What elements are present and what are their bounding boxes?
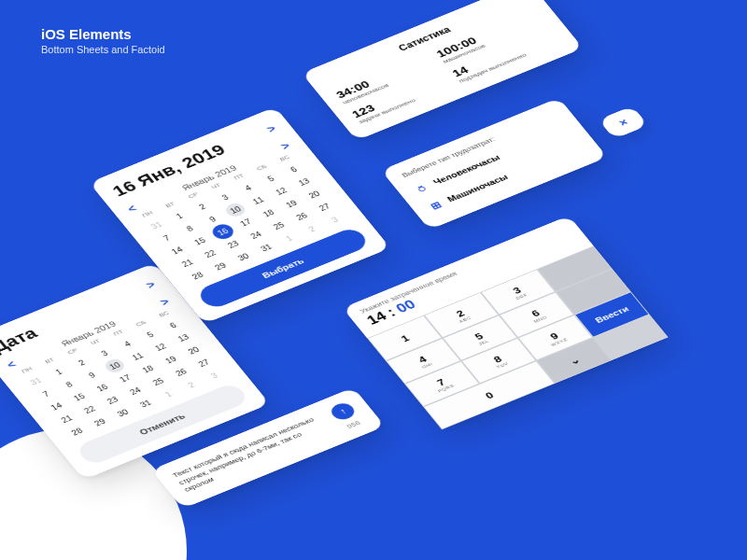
close-fab[interactable]: × [599,105,648,139]
prev-month-icon[interactable]: < [5,358,19,371]
send-button[interactable]: ↑ [328,400,359,422]
time-keypad-sheet: Укажите затраченное время 14 : 00 12ABC3… [343,216,669,429]
next-month-icon[interactable]: > [158,296,172,308]
close-icon: × [616,117,630,129]
arrow-up-icon: ↑ [337,406,348,416]
machine-icon: ⊞ [425,198,445,212]
chevron-right-icon[interactable]: > [144,279,158,291]
char-counter: 956 [345,419,362,429]
page-title: iOS Elements [41,26,165,42]
page-header: iOS Elements Bottom Sheets and Factoid [41,26,165,55]
page-subtitle: Bottom Sheets and Factoid [41,44,165,55]
effort-type-card: Выберете тип трудозатрат: ⍥Человекочасы⊞… [381,98,608,230]
next-month-icon[interactable]: > [278,140,292,152]
person-icon: ⍥ [411,181,431,195]
chevron-right-icon[interactable]: > [264,123,278,135]
prev-month-icon[interactable]: < [125,203,139,215]
